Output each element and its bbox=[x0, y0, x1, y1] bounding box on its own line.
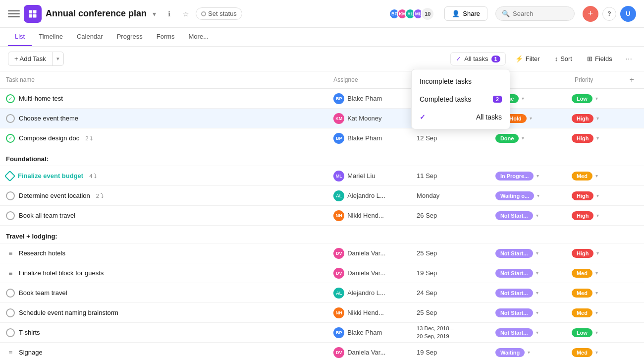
status-chevron-icon[interactable]: ▾ bbox=[534, 309, 540, 316]
status-badge[interactable]: Not Start... bbox=[495, 249, 533, 258]
task-check-icon[interactable] bbox=[6, 114, 15, 123]
status-badge[interactable]: Not Start... bbox=[495, 308, 533, 317]
status-chevron-icon[interactable]: ▾ bbox=[534, 329, 540, 336]
task-check-icon[interactable] bbox=[6, 308, 15, 317]
filter-button[interactable]: ⚡ Filter bbox=[510, 52, 545, 65]
dropdown-item-incomplete[interactable]: Incomplete tasks bbox=[412, 72, 510, 90]
info-icon[interactable]: ℹ bbox=[162, 7, 176, 21]
status-chevron-icon[interactable]: ▾ bbox=[534, 212, 540, 219]
tab-progress[interactable]: Progress bbox=[110, 28, 150, 46]
user-avatar[interactable]: U bbox=[620, 6, 636, 22]
star-icon[interactable]: ☆ bbox=[179, 7, 193, 21]
status-chevron-icon[interactable]: ▾ bbox=[526, 349, 532, 356]
priority-chevron-icon[interactable]: ▾ bbox=[594, 115, 601, 122]
tab-list[interactable]: List bbox=[8, 28, 32, 46]
add-button[interactable]: + bbox=[583, 6, 598, 22]
status-badge[interactable]: Waiting o... bbox=[495, 191, 534, 200]
task-name-text[interactable]: Signage bbox=[19, 349, 43, 356]
status-badge[interactable]: Not Start... bbox=[495, 211, 533, 220]
add-task-button[interactable]: + Add Task ▾ bbox=[8, 52, 64, 66]
status-chevron-icon[interactable]: ▾ bbox=[520, 134, 526, 142]
col-task-name: Task name bbox=[0, 71, 327, 89]
tab-timeline[interactable]: Timeline bbox=[32, 28, 70, 46]
priority-chevron-icon[interactable]: ▾ bbox=[594, 192, 601, 199]
task-check-icon[interactable] bbox=[6, 191, 15, 200]
priority-chevron-icon[interactable]: ▾ bbox=[593, 269, 600, 277]
status-chevron-icon[interactable]: ▾ bbox=[535, 172, 541, 180]
task-check-icon[interactable] bbox=[6, 211, 15, 220]
all-tasks-button[interactable]: ✓ All tasks 1 bbox=[450, 52, 506, 65]
task-name-text[interactable]: Book team travel bbox=[19, 289, 67, 297]
task-name-text[interactable]: Finalize hotel block for guests bbox=[19, 269, 104, 277]
section-label: Foundational: bbox=[0, 148, 644, 166]
task-name-text[interactable]: Determine event location bbox=[19, 192, 90, 199]
search-bar[interactable]: 🔍 bbox=[495, 6, 575, 21]
add-col-header[interactable]: + bbox=[620, 71, 644, 89]
priority-badge[interactable]: Low bbox=[572, 328, 592, 337]
task-check-icon[interactable]: ✓ bbox=[6, 94, 15, 103]
priority-chevron-icon[interactable]: ▾ bbox=[594, 134, 601, 142]
status-chevron-icon[interactable]: ▾ bbox=[534, 249, 540, 257]
task-name-text[interactable]: Finalize event budget bbox=[18, 172, 83, 180]
priority-chevron-icon[interactable]: ▾ bbox=[593, 309, 600, 316]
status-chevron-icon[interactable]: ▾ bbox=[528, 115, 534, 122]
status-chevron-icon[interactable]: ▾ bbox=[534, 289, 540, 297]
priority-badge[interactable]: High bbox=[572, 249, 593, 258]
priority-badge[interactable]: High bbox=[572, 114, 593, 123]
status-badge[interactable]: Waiting bbox=[495, 348, 525, 357]
task-name-text[interactable]: Multi-home test bbox=[19, 95, 63, 102]
avatar-count[interactable]: 10 bbox=[421, 7, 434, 21]
task-name-text[interactable]: Schedule event naming brainstorm bbox=[19, 309, 118, 316]
priority-badge[interactable]: High bbox=[572, 191, 593, 200]
priority-chevron-icon[interactable]: ▾ bbox=[593, 349, 600, 356]
help-button[interactable]: ? bbox=[602, 7, 616, 21]
share-button[interactable]: 👤 Share bbox=[444, 6, 487, 21]
status-badge[interactable]: Not Start... bbox=[495, 328, 533, 337]
priority-badge[interactable]: High bbox=[572, 134, 593, 143]
assignee-avatar: NH bbox=[333, 307, 344, 318]
priority-chevron-icon[interactable]: ▾ bbox=[593, 329, 600, 336]
status-chevron-icon[interactable]: ▾ bbox=[520, 95, 526, 102]
fields-button[interactable]: ⊞ Fields bbox=[582, 52, 618, 65]
priority-chevron-icon[interactable]: ▾ bbox=[594, 249, 601, 257]
dropdown-item-completed[interactable]: Completed tasks 2 bbox=[412, 90, 510, 108]
add-task-main[interactable]: + Add Task bbox=[8, 52, 53, 65]
tab-more[interactable]: More... bbox=[182, 28, 215, 46]
status-chevron-icon[interactable]: ▾ bbox=[535, 192, 541, 199]
task-check-icon[interactable]: ✓ bbox=[6, 134, 15, 143]
status-chevron-icon[interactable]: ▾ bbox=[534, 269, 540, 277]
title-dropdown-icon[interactable]: ▾ bbox=[153, 10, 156, 18]
status-badge[interactable]: Done bbox=[495, 134, 519, 143]
priority-badge[interactable]: Med bbox=[572, 289, 592, 298]
add-task-dropdown-icon[interactable]: ▾ bbox=[53, 53, 63, 65]
priority-chevron-icon[interactable]: ▾ bbox=[593, 95, 600, 102]
priority-badge[interactable]: Med bbox=[572, 172, 592, 180]
task-check-icon[interactable] bbox=[6, 289, 15, 298]
status-badge[interactable]: Not Start... bbox=[495, 269, 533, 278]
more-options-button[interactable]: ··· bbox=[622, 52, 636, 66]
priority-badge[interactable]: Med bbox=[572, 308, 592, 317]
priority-chevron-icon[interactable]: ▾ bbox=[593, 172, 600, 180]
task-name-text[interactable]: Book all team travel bbox=[19, 212, 75, 219]
tab-forms[interactable]: Forms bbox=[150, 28, 182, 46]
dropdown-item-all[interactable]: ✓ All tasks bbox=[412, 108, 510, 126]
priority-badge[interactable]: Med bbox=[572, 269, 592, 278]
task-diamond-icon[interactable] bbox=[4, 170, 16, 181]
task-check-icon[interactable] bbox=[6, 328, 15, 337]
search-input[interactable] bbox=[513, 10, 562, 17]
sort-button[interactable]: ↕ Sort bbox=[549, 52, 578, 65]
status-badge[interactable]: In Progre... bbox=[495, 172, 534, 180]
task-name-text[interactable]: Choose event theme bbox=[19, 115, 78, 122]
task-name-text[interactable]: Compose design doc bbox=[19, 134, 79, 142]
task-name-text[interactable]: T-shirts bbox=[19, 329, 40, 336]
status-badge[interactable]: Not Start... bbox=[495, 289, 533, 298]
tab-calendar[interactable]: Calendar bbox=[70, 28, 110, 46]
priority-chevron-icon[interactable]: ▾ bbox=[594, 212, 601, 219]
set-status-button[interactable]: Set status bbox=[196, 7, 242, 20]
priority-badge[interactable]: Low bbox=[572, 94, 592, 103]
priority-chevron-icon[interactable]: ▾ bbox=[593, 289, 600, 297]
task-name-text[interactable]: Research hotels bbox=[19, 249, 65, 257]
hamburger-menu[interactable] bbox=[8, 8, 20, 20]
priority-badge[interactable]: High bbox=[572, 211, 593, 220]
priority-badge[interactable]: Med bbox=[572, 348, 592, 357]
